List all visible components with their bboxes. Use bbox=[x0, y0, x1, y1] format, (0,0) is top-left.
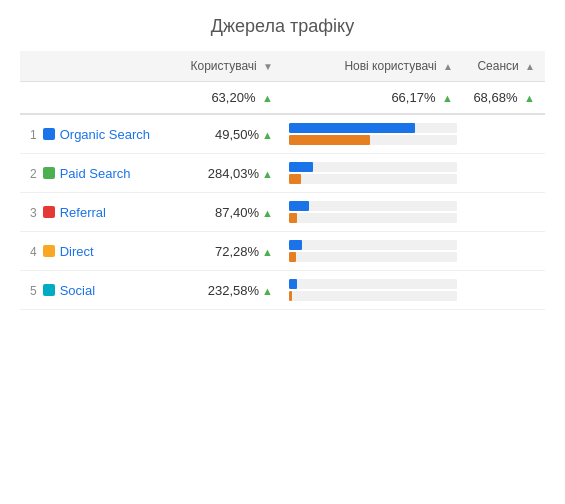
bar-track-1 bbox=[289, 123, 457, 133]
page-title: Джерела трафіку bbox=[20, 16, 545, 37]
row-new-users-empty bbox=[463, 114, 545, 154]
trend-icon: ▲ bbox=[262, 285, 273, 297]
bar-track-1 bbox=[289, 201, 457, 211]
row-label-cell: 2Paid Search bbox=[20, 154, 180, 193]
row-new-users-empty bbox=[463, 232, 545, 271]
bar-fill-2 bbox=[289, 174, 301, 184]
row-link[interactable]: Direct bbox=[60, 244, 94, 259]
col-header-new-users[interactable]: Нові користувачі ▲ bbox=[283, 51, 463, 82]
row-label-cell: 5Social bbox=[20, 271, 180, 310]
bar-track-2 bbox=[289, 213, 457, 223]
summary-new-users: 66,17% ▲ bbox=[283, 82, 463, 115]
row-new-users-empty bbox=[463, 154, 545, 193]
bar-group bbox=[289, 162, 457, 184]
row-link[interactable]: Social bbox=[60, 283, 95, 298]
row-users: 49,50%▲ bbox=[180, 114, 283, 154]
row-bar-cell bbox=[283, 154, 463, 193]
bar-track-1 bbox=[289, 279, 457, 289]
trend-icon: ▲ bbox=[262, 168, 273, 180]
bar-group bbox=[289, 240, 457, 262]
trend-icon: ▲ bbox=[262, 129, 273, 141]
table-header-row: Користувачі ▼ Нові користувачі ▲ Сеанси … bbox=[20, 51, 545, 82]
color-indicator bbox=[43, 284, 55, 296]
bar-fill-1 bbox=[289, 201, 309, 211]
trend-icon: ▲ bbox=[262, 246, 273, 258]
bar-fill-2 bbox=[289, 213, 297, 223]
row-number: 5 bbox=[30, 284, 37, 298]
trend-new-users: ▲ bbox=[442, 92, 453, 104]
color-indicator bbox=[43, 245, 55, 257]
row-bar-cell bbox=[283, 193, 463, 232]
row-number: 3 bbox=[30, 206, 37, 220]
table-row: 3Referral87,40%▲ bbox=[20, 193, 545, 232]
row-label-cell: 1Organic Search bbox=[20, 114, 180, 154]
row-users: 284,03%▲ bbox=[180, 154, 283, 193]
bar-track-2 bbox=[289, 252, 457, 262]
summary-row: 63,20% ▲ 66,17% ▲ 68,68% ▲ bbox=[20, 82, 545, 115]
bar-fill-2 bbox=[289, 135, 370, 145]
bar-fill-1 bbox=[289, 279, 297, 289]
bar-track-1 bbox=[289, 162, 457, 172]
data-table: Користувачі ▼ Нові користувачі ▲ Сеанси … bbox=[20, 51, 545, 310]
bar-group bbox=[289, 201, 457, 223]
sort-icon-new-users: ▲ bbox=[443, 61, 453, 72]
row-label-cell: 3Referral bbox=[20, 193, 180, 232]
table-row: 5Social232,58%▲ bbox=[20, 271, 545, 310]
row-new-users-empty bbox=[463, 193, 545, 232]
col-header-label bbox=[20, 51, 180, 82]
color-indicator bbox=[43, 167, 55, 179]
bar-group bbox=[289, 123, 457, 145]
summary-users: 63,20% ▲ bbox=[180, 82, 283, 115]
row-link[interactable]: Paid Search bbox=[60, 166, 131, 181]
col-header-sessions[interactable]: Сеанси ▲ bbox=[463, 51, 545, 82]
bar-track-2 bbox=[289, 135, 457, 145]
traffic-sources-widget: Джерела трафіку Користувачі ▼ Нові корис… bbox=[0, 0, 565, 326]
row-new-users-empty bbox=[463, 271, 545, 310]
row-bar-cell bbox=[283, 271, 463, 310]
row-users: 232,58%▲ bbox=[180, 271, 283, 310]
trend-users: ▲ bbox=[262, 92, 273, 104]
color-indicator bbox=[43, 206, 55, 218]
bar-fill-1 bbox=[289, 162, 313, 172]
row-link[interactable]: Referral bbox=[60, 205, 106, 220]
trend-icon: ▲ bbox=[262, 207, 273, 219]
col-header-users[interactable]: Користувачі ▼ bbox=[180, 51, 283, 82]
bar-fill-2 bbox=[289, 291, 292, 301]
row-bar-cell bbox=[283, 114, 463, 154]
bar-track-1 bbox=[289, 240, 457, 250]
row-bar-cell bbox=[283, 232, 463, 271]
row-label-cell: 4Direct bbox=[20, 232, 180, 271]
sort-icon-sessions: ▲ bbox=[525, 61, 535, 72]
row-link[interactable]: Organic Search bbox=[60, 127, 150, 142]
table-row: 1Organic Search49,50%▲ bbox=[20, 114, 545, 154]
table-row: 2Paid Search284,03%▲ bbox=[20, 154, 545, 193]
row-number: 2 bbox=[30, 167, 37, 181]
bar-track-2 bbox=[289, 174, 457, 184]
bar-fill-1 bbox=[289, 240, 302, 250]
bar-fill-2 bbox=[289, 252, 296, 262]
row-number: 4 bbox=[30, 245, 37, 259]
table-row: 4Direct72,28%▲ bbox=[20, 232, 545, 271]
summary-label bbox=[20, 82, 180, 115]
row-users: 72,28%▲ bbox=[180, 232, 283, 271]
sort-icon-users: ▼ bbox=[263, 61, 273, 72]
bar-fill-1 bbox=[289, 123, 415, 133]
bar-group bbox=[289, 279, 457, 301]
row-number: 1 bbox=[30, 128, 37, 142]
summary-sessions: 68,68% ▲ bbox=[463, 82, 545, 115]
bar-track-2 bbox=[289, 291, 457, 301]
row-users: 87,40%▲ bbox=[180, 193, 283, 232]
color-indicator bbox=[43, 128, 55, 140]
trend-sessions: ▲ bbox=[524, 92, 535, 104]
